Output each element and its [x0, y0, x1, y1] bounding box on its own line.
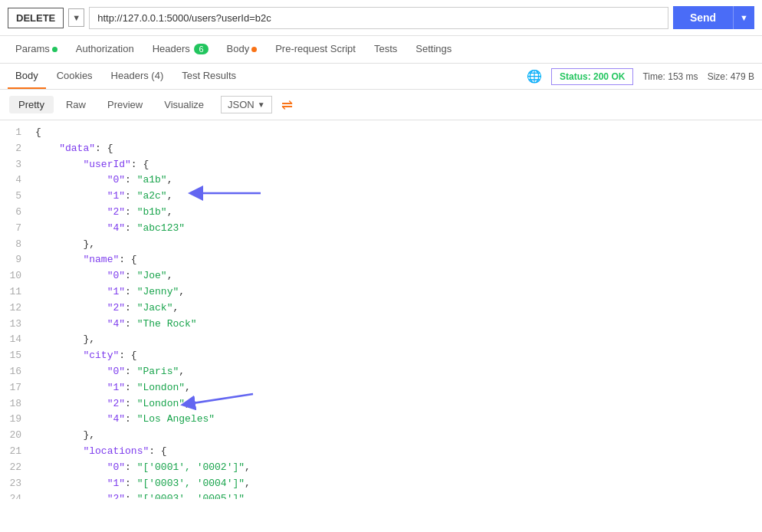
format-select[interactable]: JSON ▼	[221, 96, 272, 113]
fmt-raw[interactable]: Raw	[57, 96, 95, 113]
params-dot	[52, 47, 57, 52]
tab-tests[interactable]: Tests	[366, 36, 405, 63]
fmt-preview[interactable]: Preview	[98, 96, 152, 113]
method-button[interactable]: DELETE	[8, 8, 64, 28]
method-dropdown[interactable]: ▼	[68, 8, 84, 27]
tab-body[interactable]: Body	[219, 36, 265, 63]
tab-test-results[interactable]: Test Results	[174, 64, 244, 89]
headers-badge: 6	[194, 44, 208, 54]
tab-cookies[interactable]: Cookies	[49, 64, 100, 89]
time-info: Time: 153 ms	[642, 71, 698, 82]
tab-authorization[interactable]: Authorization	[68, 36, 142, 63]
format-label: JSON	[228, 99, 255, 110]
nav2-right: 🌐 Status: 200 OK Time: 153 ms Size: 479 …	[527, 68, 754, 85]
tab-body-response[interactable]: Body	[8, 64, 46, 89]
send-btn-group: Send ▼	[673, 6, 754, 29]
fmt-pretty[interactable]: Pretty	[9, 96, 54, 113]
tab-params[interactable]: Params	[8, 36, 65, 63]
format-arrow-icon: ▼	[258, 100, 265, 109]
tab-settings[interactable]: Settings	[408, 36, 459, 63]
code-area: 1234567891011121314151617181920212223242…	[0, 120, 762, 499]
tab-prerequest[interactable]: Pre-request Script	[268, 36, 363, 63]
nav-tabs-2: Body Cookies Headers (4) Test Results 🌐 …	[0, 64, 762, 90]
url-input[interactable]	[89, 7, 668, 29]
tab-headers-response[interactable]: Headers (4)	[103, 64, 172, 89]
tab-headers[interactable]: Headers 6	[145, 36, 216, 63]
status-badge: Status: 200 OK	[551, 68, 633, 85]
body-dot	[251, 47, 257, 52]
globe-icon: 🌐	[527, 69, 542, 84]
code-content: { "data": { "userId": { "0": "a1b", "1":…	[31, 125, 762, 494]
nav-tabs-1: Params Authorization Headers 6 Body Pre-…	[0, 36, 762, 64]
send-dropdown-button[interactable]: ▼	[733, 6, 754, 29]
format-bar: Pretty Raw Preview Visualize JSON ▼ ⇌	[0, 90, 762, 120]
send-button[interactable]: Send	[673, 6, 733, 29]
size-info: Size: 479 B	[708, 71, 754, 82]
wrap-icon[interactable]: ⇌	[281, 97, 293, 113]
fmt-visualize[interactable]: Visualize	[155, 96, 213, 113]
top-bar: DELETE ▼ Send ▼	[0, 0, 762, 36]
line-numbers: 1234567891011121314151617181920212223242…	[0, 125, 31, 494]
